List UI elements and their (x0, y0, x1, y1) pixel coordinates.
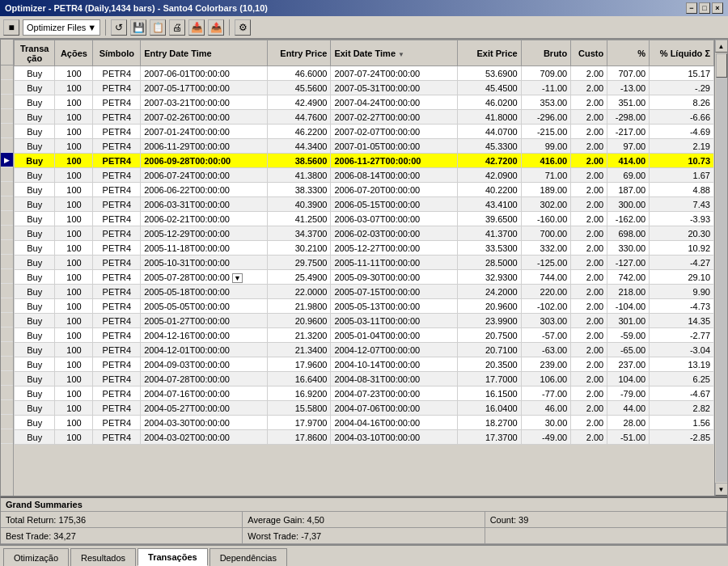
toolbar-print-icon[interactable]: 🖨 (169, 19, 185, 36)
table-row[interactable]: Buy100PETR42007-02-26T00:00:0044.7600200… (15, 110, 714, 125)
title-controls: − □ × (686, 2, 723, 14)
header-liquido[interactable]: % Líquido Σ (650, 40, 714, 66)
table-row[interactable]: Buy100PETR42005-10-31T00:00:0029.7500200… (15, 256, 714, 270)
row-number (1, 327, 13, 342)
header-custo[interactable]: Custo (571, 40, 607, 66)
optimizer-files-dropdown[interactable]: Optimizer Files ▼ (23, 19, 100, 36)
row-number (1, 386, 13, 400)
table-row[interactable]: Buy100PETR42007-05-17T00:00:0045.5600200… (15, 81, 714, 95)
scroll-thumb[interactable] (716, 53, 727, 78)
table-row[interactable]: Buy100PETR42006-09-28T00:00:0038.5600200… (15, 154, 714, 168)
row-number (1, 95, 13, 109)
table-row[interactable]: Buy100PETR42004-05-27T00:00:0015.5800200… (15, 401, 714, 416)
row-number (1, 196, 13, 211)
toolbar-refresh-icon[interactable]: ↺ (111, 19, 127, 36)
scroll-up-button[interactable]: ▲ (715, 40, 728, 53)
header-percent[interactable]: % (607, 40, 650, 66)
scroll-down-button[interactable]: ▼ (715, 483, 728, 496)
toolbar-import-icon[interactable]: 📥 (188, 19, 205, 36)
maximize-button[interactable]: □ (699, 2, 710, 14)
minimize-button[interactable]: − (686, 2, 697, 14)
grand-summaries: Grand Summaries Total Return: 175,36 Ave… (0, 496, 728, 545)
row-number (1, 342, 13, 357)
table-row[interactable]: Buy100PETR42004-03-30T00:00:0017.9700200… (15, 416, 714, 430)
avg-gain-cell: Average Gain: 4,50 (243, 512, 485, 527)
main-content: ▶ Transação Ações Símbolo Entry Date Tim… (0, 39, 728, 545)
table-row[interactable]: Buy100PETR42004-09-03T00:00:0017.9600200… (15, 357, 714, 372)
toolbar-separator-1 (105, 19, 106, 36)
table-row[interactable]: Buy100PETR42005-05-18T00:00:0022.0000200… (15, 285, 714, 299)
row-number: ▶ (1, 153, 13, 167)
data-grid-wrapper[interactable]: Transação Ações Símbolo Entry Date Time … (14, 40, 714, 496)
row-number (1, 138, 13, 153)
scroll-track[interactable] (716, 53, 727, 482)
table-row[interactable]: Buy100PETR42004-12-16T00:00:0021.3200200… (15, 328, 714, 343)
summary-row-1: Total Return: 175,36 Average Gain: 4,50 … (1, 512, 727, 528)
tab-resultados[interactable]: Resultados (70, 548, 136, 566)
table-row[interactable]: Buy100PETR42004-03-02T00:00:0017.8600200… (15, 430, 714, 445)
header-transacao[interactable]: Transação (15, 40, 55, 66)
header-simbolo[interactable]: Símbolo (93, 40, 141, 66)
bottom-tabs: Otimização Resultados Transações Dependê… (0, 545, 728, 566)
table-row[interactable]: Buy100PETR42004-07-28T00:00:0016.6400200… (15, 372, 714, 386)
row-number (1, 313, 13, 327)
header-bruto[interactable]: Bruto (521, 40, 571, 66)
table-row[interactable]: Buy100PETR42006-03-31T00:00:0040.3900200… (15, 197, 714, 212)
row-number (1, 400, 13, 415)
entry-dt-dropdown-arrow[interactable]: ▼ (232, 273, 243, 283)
row-number (1, 226, 13, 240)
toolbar-export-icon[interactable]: 📤 (208, 19, 224, 36)
table-row[interactable]: Buy100PETR42006-06-22T00:00:0038.3300200… (15, 183, 714, 197)
row-number (1, 240, 13, 255)
tab-transacoes[interactable]: Transações (138, 548, 208, 566)
total-return-label: Total Return: 175,36 (6, 515, 86, 525)
scrollbar-panel: ▲ ▼ (714, 40, 727, 496)
best-trade-label: Best Trade: 34,27 (6, 531, 76, 541)
table-row[interactable]: Buy100PETR42006-07-24T00:00:0041.3800200… (15, 168, 714, 183)
table-row[interactable]: Buy100PETR42007-01-24T00:00:0046.2200200… (15, 125, 714, 139)
header-acoes[interactable]: Ações (55, 40, 93, 66)
toolbar-save-icon[interactable]: 💾 (130, 19, 146, 36)
title-bar: Optimizer - PETR4 (Daily,1434 bars) - Sa… (0, 0, 728, 16)
toolbar: ■ Optimizer Files ▼ ↺ 💾 📋 🖨 📥 📤 ⚙ (0, 16, 728, 39)
row-number (1, 109, 13, 124)
row-number (1, 80, 13, 95)
header-exit-dt[interactable]: Exit Date Time ▼ (331, 40, 458, 66)
tab-otimizacao[interactable]: Otimização (3, 548, 69, 566)
toolbar-separator-2 (229, 19, 230, 36)
window-title: Optimizer - PETR4 (Daily,1434 bars) - Sa… (5, 3, 268, 13)
header-exit-price[interactable]: Exit Price (458, 40, 521, 66)
table-row[interactable]: Buy100PETR42005-07-28T00:00:00 ▼25.49002… (15, 270, 714, 285)
table-row[interactable]: Buy100PETR42004-07-16T00:00:0016.9200200… (15, 386, 714, 401)
table-row[interactable]: Buy100PETR42005-11-18T00:00:0030.2100200… (15, 241, 714, 256)
table-row[interactable]: Buy100PETR42004-12-01T00:00:0021.3400200… (15, 343, 714, 357)
toolbar-icon-black[interactable]: ■ (3, 19, 19, 36)
table-row[interactable]: Buy100PETR42005-01-27T00:00:0020.9600200… (15, 314, 714, 328)
count-label: Count: 39 (490, 515, 529, 525)
table-row[interactable]: Buy100PETR42006-11-29T00:00:0044.3400200… (15, 139, 714, 154)
table-row[interactable]: Buy100PETR42006-02-21T00:00:0041.2500200… (15, 212, 714, 226)
toolbar-settings-icon[interactable]: ⚙ (235, 19, 251, 36)
row-number (1, 298, 13, 313)
table-row[interactable]: Buy100PETR42007-06-01T00:00:0046.6000200… (15, 66, 714, 81)
toolbar-copy-icon[interactable]: 📋 (150, 19, 166, 36)
row-number (1, 429, 13, 444)
row-number-header (1, 40, 13, 65)
table-row[interactable]: Buy100PETR42007-03-21T00:00:0042.4900200… (15, 95, 714, 110)
table-row[interactable]: Buy100PETR42005-12-29T00:00:0034.3700200… (15, 226, 714, 241)
data-table: Transação Ações Símbolo Entry Date Time … (14, 40, 714, 445)
tab-dependencias[interactable]: Dependências (210, 548, 287, 566)
row-number (1, 124, 13, 138)
row-number (1, 371, 13, 386)
summary-row-2: Best Trade: 34,27 Worst Trade: -7,37 (1, 528, 727, 544)
header-entry-price[interactable]: Entry Price (268, 40, 331, 66)
close-button[interactable]: × (712, 2, 723, 14)
row-numbers-panel: ▶ (1, 40, 14, 496)
row-number (1, 269, 13, 284)
empty-summary-cell (485, 528, 727, 543)
best-trade-cell: Best Trade: 34,27 (1, 528, 243, 543)
header-entry-dt[interactable]: Entry Date Time (141, 40, 268, 66)
row-number (1, 284, 13, 298)
table-row[interactable]: Buy100PETR42005-05-05T00:00:0021.9800200… (15, 299, 714, 314)
row-number (1, 255, 13, 269)
